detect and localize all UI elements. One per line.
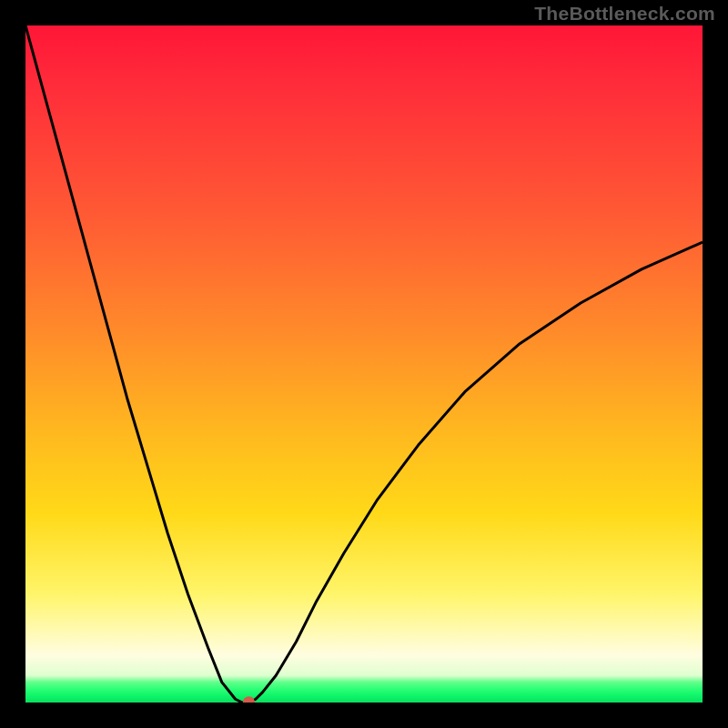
- plot-area: [25, 25, 703, 703]
- minimum-marker-dot: [243, 696, 255, 703]
- watermark-text: TheBottleneck.com: [534, 3, 715, 25]
- bottleneck-curve-svg: [25, 25, 703, 703]
- chart-frame: TheBottleneck.com bottleneck-curve: [0, 0, 728, 728]
- bottleneck-curve: [25, 25, 703, 703]
